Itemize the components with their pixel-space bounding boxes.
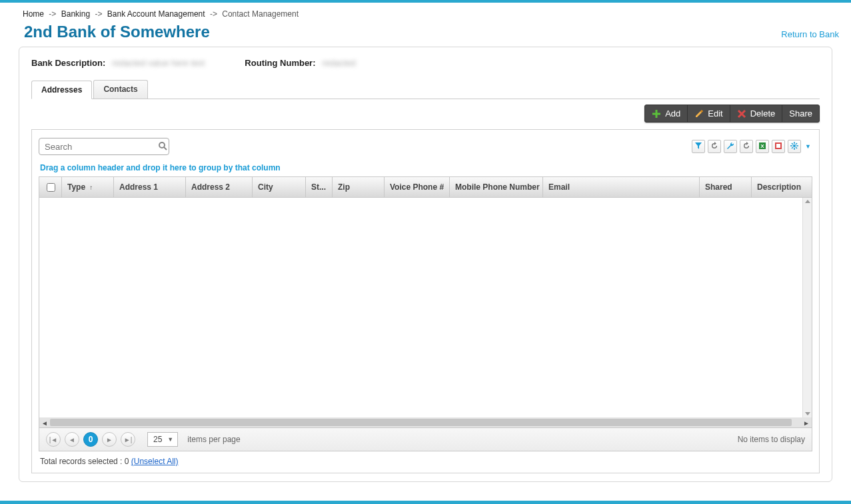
column-header-description[interactable]: Description [752, 177, 812, 197]
routing-number-value: redacted [322, 58, 356, 68]
add-button-label: Add [665, 109, 680, 119]
breadcrumb: Home -> Banking -> Bank Account Manageme… [19, 3, 843, 21]
column-header-shared[interactable]: Shared [700, 177, 752, 197]
horizontal-scrollbar[interactable]: ◄ ► [39, 417, 812, 428]
svg-text:X: X [760, 143, 764, 149]
column-header-city[interactable]: City [253, 177, 306, 197]
share-button[interactable]: Share [782, 105, 819, 122]
refresh-filter-button[interactable] [708, 140, 721, 153]
pager-prev-button[interactable]: ◄ [65, 432, 79, 447]
column-header-address1[interactable]: Address 1 [114, 177, 186, 197]
chevron-down-icon: ▼ [167, 436, 173, 443]
pager-current-page[interactable]: 0 [83, 432, 98, 447]
search-input-wrapper [39, 138, 169, 155]
svg-line-20 [796, 143, 797, 144]
add-button[interactable]: Add [645, 105, 688, 122]
delete-button[interactable]: Delete [730, 105, 783, 122]
export-excel-button[interactable]: X [756, 140, 769, 153]
selected-label: Total records selected : [40, 457, 122, 466]
column-header-voice-phone[interactable]: Voice Phone # [385, 177, 450, 197]
refresh-button[interactable] [740, 140, 753, 153]
plus-icon [652, 109, 661, 119]
settings-button[interactable] [724, 140, 737, 153]
select-all-checkbox[interactable] [47, 183, 55, 192]
breadcrumb-sep: -> [210, 9, 217, 19]
column-header-address2[interactable]: Address 2 [186, 177, 253, 197]
edit-button-label: Edit [708, 109, 722, 119]
x-icon [737, 109, 746, 119]
svg-point-13 [793, 144, 796, 147]
share-button-label: Share [789, 109, 812, 119]
svg-line-21 [792, 147, 793, 148]
pager-next-button[interactable]: ► [102, 432, 117, 447]
grid-header: Type ↑ Address 1 Address 2 City St... Zi… [39, 176, 812, 198]
refresh-icon [742, 142, 750, 152]
svg-line-18 [792, 143, 793, 144]
action-toolbar: Add Edit Delete Share [644, 105, 820, 123]
page-size-value: 25 [153, 435, 162, 444]
scroll-thumb[interactable] [50, 419, 792, 426]
group-by-hint[interactable]: Drag a column header and drop it here to… [40, 163, 812, 172]
wrench-icon [726, 142, 734, 152]
no-items-label: No items to display [738, 435, 805, 444]
column-label: Type [67, 182, 85, 192]
svg-marker-8 [695, 142, 702, 149]
unselect-all-link[interactable]: (Unselect All) [131, 457, 179, 466]
routing-number-label: Routing Number: [245, 58, 315, 68]
delete-button-label: Delete [750, 109, 776, 119]
sort-asc-icon: ↑ [89, 184, 93, 191]
edit-button[interactable]: Edit [688, 105, 730, 122]
refresh-icon [710, 142, 718, 152]
grid-options-button[interactable] [788, 140, 801, 153]
tabs: Addresses Contacts [31, 80, 820, 99]
breadcrumb-sep: -> [95, 9, 102, 19]
return-to-bank-link[interactable]: Return to Bank [781, 29, 839, 39]
export-pdf-button[interactable] [772, 140, 785, 153]
main-card: Bank Description: redacted value here te… [19, 47, 832, 482]
items-per-page-label: items per page [187, 435, 240, 444]
bank-description-value: redacted value here text [112, 58, 205, 68]
scroll-right-icon[interactable]: ► [802, 419, 810, 427]
filter-icon [694, 142, 702, 152]
filter-button[interactable] [692, 140, 705, 153]
vertical-scrollbar[interactable] [802, 198, 812, 417]
breadcrumb-banking[interactable]: Banking [61, 9, 90, 19]
breadcrumb-sep: -> [49, 9, 56, 19]
svg-rect-12 [776, 144, 780, 148]
column-header-type[interactable]: Type ↑ [62, 177, 114, 197]
pager: |◄ ◄ 0 ► ►| 25 ▼ items per page No items… [39, 428, 812, 451]
pager-first-button[interactable]: |◄ [46, 432, 61, 447]
selected-count: 0 [125, 457, 129, 466]
pdf-icon [774, 142, 782, 152]
bank-description-label: Bank Description: [31, 58, 105, 68]
search-input[interactable] [43, 141, 158, 152]
tab-addresses[interactable]: Addresses [31, 81, 92, 99]
grid-mini-toolbar: X ▼ [692, 140, 812, 153]
grid-panel: X ▼ Drag a column header and drop it her… [31, 129, 820, 473]
tab-contacts[interactable]: Contacts [93, 80, 147, 99]
pager-last-button[interactable]: ►| [121, 432, 135, 447]
svg-marker-2 [696, 111, 702, 117]
bank-meta: Bank Description: redacted value here te… [31, 58, 820, 68]
pencil-icon [694, 109, 704, 119]
svg-point-6 [159, 142, 165, 148]
column-header-mobile-phone[interactable]: Mobile Phone Number [450, 177, 543, 197]
column-header-state[interactable]: St... [306, 177, 333, 197]
excel-icon: X [758, 142, 766, 152]
svg-line-19 [796, 147, 797, 148]
chevron-down-icon[interactable]: ▼ [804, 143, 812, 150]
svg-line-7 [164, 147, 167, 150]
page-title: 2nd Bank of Somewhere [24, 23, 210, 41]
page-size-select[interactable]: 25 ▼ [147, 432, 178, 447]
breadcrumb-bank-account-management[interactable]: Bank Account Management [107, 9, 205, 19]
column-header-email[interactable]: Email [543, 177, 700, 197]
grid-body [39, 198, 812, 417]
breadcrumb-current: Contact Management [222, 9, 299, 19]
gear-icon [790, 142, 798, 152]
scroll-left-icon[interactable]: ◄ [41, 419, 49, 427]
breadcrumb-home[interactable]: Home [23, 9, 44, 19]
selection-footer: Total records selected : 0 (Unselect All… [39, 451, 812, 467]
search-icon[interactable] [158, 141, 167, 152]
svg-rect-1 [652, 113, 660, 115]
column-header-zip[interactable]: Zip [333, 177, 385, 197]
